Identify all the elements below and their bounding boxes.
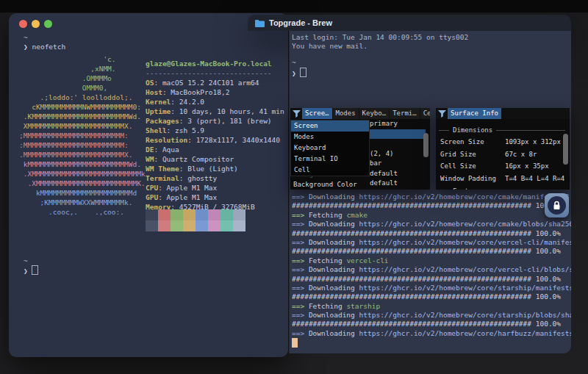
progress-bar-line: ########################################…	[292, 292, 571, 301]
ascii-art-line: .MMMMMMMMMMMMMMMMMMMMMMMMX.	[19, 150, 146, 159]
scrollbar-thumb[interactable]	[563, 134, 568, 165]
fetch-label: Fetching	[309, 302, 346, 310]
neofetch-row: WM: Quartz Compositor	[146, 154, 284, 164]
neofetch-row-label: OS	[146, 79, 154, 87]
download-label: Downloading	[309, 238, 359, 246]
palette-swatch	[208, 209, 220, 220]
neofetch-row: CPU: Apple M1 Max	[146, 183, 284, 193]
inspector-value-row	[370, 129, 426, 140]
funnel-icon[interactable]	[437, 109, 447, 118]
inspector-tab-bar: Scree…ModesKeybo…Termi…Cell	[290, 108, 430, 119]
arrow-glyph: ==>	[292, 211, 309, 219]
brew-line: ==> Downloading https://ghcr.io/v2/homeb…	[292, 238, 571, 247]
dropdown-item-screen[interactable]: Screen	[291, 121, 369, 132]
download-label: Downloading	[309, 311, 359, 319]
neofetch-row-value: : ghostty	[179, 174, 217, 182]
terminal-inspector-panel[interactable]: Scree…ModesKeybo…Termi…Cell primary(2, 4…	[290, 108, 430, 190]
tab-modes[interactable]: Modes	[333, 108, 359, 119]
neofetch-row-label: DE	[146, 145, 154, 154]
neofetch-row-value: : Aqua	[154, 145, 179, 154]
ascii-art-line: XMMMMMMMMMMMMMMMMMMMMMMMX.	[19, 121, 146, 131]
palette-swatch	[171, 220, 183, 231]
palette-swatch	[196, 220, 208, 231]
dropdown-item-cell[interactable]: Cell	[291, 165, 369, 176]
neofetch-terminal-window[interactable]: ~ ❯ neofetch 'c. ,xNMM. .OMMMMo OMMM0, .…	[9, 13, 288, 357]
ascii-art-line: .cooc,. .,coo:.	[19, 207, 146, 217]
palette-row	[146, 209, 245, 220]
ascii-art-line: kMMMMMMMMMMMMMMMMMMMMMMd	[19, 188, 146, 198]
arrow-glyph: ==>	[292, 284, 309, 292]
prompt-line: ❯	[292, 68, 306, 78]
dropdown-item-modes[interactable]: Modes	[291, 132, 369, 143]
cwd-indicator: ~	[24, 256, 28, 265]
neofetch-row-value: : 1728x1117, 3440x1440	[187, 136, 280, 144]
dropdown-item-terminal-io[interactable]: Terminal IO	[291, 154, 369, 165]
neofetch-user-host: glaze@Glazes-MacBook-Pro.local	[146, 59, 284, 68]
download-url: https://ghcr.io/v2/homebrew/core/starshi…	[359, 284, 571, 292]
login-info: Last login: Tue Jan 14 00:09:55 on ttys0…	[292, 33, 468, 51]
progress-bar-line: ########################################…	[292, 247, 571, 256]
topgrade-terminal-content[interactable]: Last login: Tue Jan 14 00:09:55 on ttys0…	[289, 31, 571, 353]
neofetch-row: GPU: Apple M1 Max	[146, 193, 284, 202]
download-url: https://ghcr.io/v2/homebrew/core/starshi…	[359, 311, 571, 319]
arrow-glyph: ==>	[292, 238, 309, 246]
ascii-art-line: OMMM0,	[19, 83, 146, 93]
surface-info-row: Grid Size67c x 8r	[440, 149, 570, 160]
dropdown-item-keyboard[interactable]: Keyboard	[291, 143, 369, 154]
palette-swatch	[158, 220, 171, 231]
brew-line: ==> Downloading https://ghcr.io/v2/homeb…	[292, 265, 571, 274]
palette-swatch	[146, 209, 158, 220]
neofetch-row-value: : 24.2.0	[171, 98, 204, 106]
text-cursor	[300, 68, 306, 77]
new-mail-line: You have new mail.	[292, 42, 468, 51]
neofetch-row-label: GPU	[146, 193, 158, 201]
prompt-symbol: ❯	[24, 43, 28, 51]
ascii-art-line: .XMMMMMMMMMMMMMMMMMMMMMMMMMMk	[19, 169, 146, 179]
ascii-art-line: .OMMMMo	[19, 73, 146, 83]
neofetch-info: glaze@Glazes-MacBook-Pro.local----------…	[146, 59, 284, 212]
download-label: Downloading	[309, 329, 359, 337]
surface-info-panel[interactable]: Surface Info Dimensions Screen Size1093p…	[436, 108, 570, 190]
funnel-icon[interactable]	[292, 109, 301, 118]
tab-termi[interactable]: Termi…	[390, 108, 420, 119]
topgrade-window-titlebar[interactable]: Topgrade - Brew	[248, 15, 571, 31]
surface-info-row: Window PaddingT=4 B=4 L=4 R=4	[440, 173, 570, 184]
tab-scree[interactable]: Scree…	[302, 108, 332, 119]
brew-output: ==> Downloading https://ghcr.io/v2/homeb…	[292, 193, 571, 338]
palette-swatch	[158, 209, 171, 220]
neofetch-row-value: : zsh 5.9	[167, 126, 204, 134]
neofetch-row: Terminal: ghostty	[146, 173, 284, 183]
tab-surface-info[interactable]: Surface Info	[448, 108, 501, 119]
neofetch-row-label: WM Theme	[146, 165, 179, 173]
neofetch-row: DE: Aqua	[146, 145, 284, 154]
surface-row-value: T=4 B=4 L=4 R=4	[505, 173, 564, 184]
terminal-color-palette	[146, 209, 245, 231]
brew-line: ==> Fetching cmake	[292, 211, 571, 220]
scrollbar-thumb[interactable]	[423, 133, 429, 157]
tab-cell[interactable]: Cell	[420, 108, 430, 119]
ascii-art-line: ;MMMMMMMMMMMMMMMMMMMMMMMM:	[19, 131, 146, 140]
brew-line: ==> Downloading https://ghcr.io/v2/homeb…	[292, 284, 571, 292]
last-login-line: Last login: Tue Jan 14 00:09:55 on ttys0…	[292, 33, 468, 42]
inspector-values: primary(2, 4)bardefaultdefault	[370, 119, 423, 189]
window-title: Topgrade - Brew	[269, 18, 332, 27]
neofetch-row-value: : Apple M1 Max	[158, 184, 217, 192]
neofetch-row-label: Resolution	[146, 136, 187, 144]
download-url: https://ghcr.io/v2/homebrew/core/harfbuz…	[359, 329, 571, 337]
row-label-background-color: Background Color	[293, 179, 357, 190]
progress-bar-line: ########################################…	[292, 320, 571, 328]
surface-row-label: Window Padding	[440, 175, 496, 182]
arrow-glyph: ==>	[292, 265, 309, 273]
neofetch-row-value: : MacBookPro18,2	[162, 88, 230, 96]
neofetch-ascii-logo: 'c. ,xNMM. .OMMMMo OMMM0, .;loddo:' lool…	[19, 54, 146, 217]
section-header-font: Font	[439, 186, 565, 190]
surface-info-tab-bar: Surface Info	[436, 108, 570, 119]
arrow-glyph: ==>	[292, 193, 309, 201]
tab-keybo[interactable]: Keybo…	[359, 108, 390, 119]
brew-line: ==> Fetching vercel-cli	[292, 256, 571, 265]
neofetch-row-label: CPU	[146, 184, 158, 192]
download-url: https://ghcr.io/v2/homebrew/core/cmake/m…	[359, 193, 570, 201]
download-label: Downloading	[309, 220, 359, 228]
secure-input-badge	[545, 193, 569, 217]
ascii-art-line: kMMMMMMMMMMMMMMMMMMMMMMMMWd.	[19, 159, 146, 169]
